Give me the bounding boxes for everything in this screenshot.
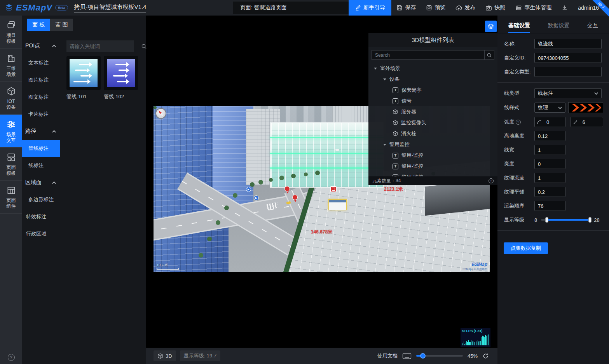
model-search-input[interactable] xyxy=(372,50,484,60)
fps-bar xyxy=(486,336,487,345)
element-count-value: 34 xyxy=(396,178,401,183)
help-button[interactable]: ? xyxy=(8,354,15,361)
tab-interaction[interactable]: 交互 xyxy=(587,22,598,33)
publish-button[interactable]: 发布 xyxy=(450,0,480,16)
category-item[interactable]: 线标注 xyxy=(22,157,60,174)
help-icon[interactable]: ? xyxy=(516,120,521,125)
poi-marker-blue[interactable] xyxy=(246,187,251,192)
tree-node[interactable]: 监控摄像头 xyxy=(368,117,497,128)
arc-radius-input[interactable] xyxy=(544,119,560,125)
line-width-input[interactable] xyxy=(534,145,565,155)
category-item[interactable]: 行政区域 xyxy=(22,225,60,242)
sidebar-item-label: 页面组件 xyxy=(7,198,16,209)
asset-card-pipeline-102[interactable]: 管线-102 xyxy=(104,56,138,100)
tree-node[interactable]: T警用-监控 xyxy=(368,172,497,176)
texture-preview-swatch[interactable] xyxy=(568,102,603,113)
slider-handle-max[interactable] xyxy=(588,217,592,223)
mode-3d-button[interactable]: 3D xyxy=(154,350,176,361)
sidebar-item-pagetpl[interactable]: 页面模板 xyxy=(0,148,22,181)
tab-blueprint[interactable]: 蓝图 xyxy=(50,19,73,31)
road-sign-marker[interactable] xyxy=(330,186,337,192)
asset-search-input[interactable] xyxy=(66,40,141,52)
fps-bar xyxy=(480,341,480,345)
category-group[interactable]: 区域面 xyxy=(22,174,60,191)
display-level-label: 显示等级 xyxy=(504,216,534,223)
sidebar-item-interact[interactable]: 场景交互 xyxy=(0,115,22,148)
tree-node[interactable]: 设备 xyxy=(368,74,497,85)
category-item[interactable]: 管线标注 xyxy=(22,140,60,157)
tree-node[interactable]: T警用-监控 xyxy=(368,150,497,161)
project-title[interactable]: 拷贝-项目智慧城市模板V1.4 xyxy=(74,3,147,12)
texture-tile-input[interactable] xyxy=(534,187,565,197)
category-item[interactable]: 卡片标注 xyxy=(22,106,60,123)
slider-range xyxy=(547,219,590,221)
copy-points-button[interactable]: 点集数据复制 xyxy=(504,242,548,254)
sidebar-item-pagecomp[interactable]: 页面组件 xyxy=(0,181,22,214)
sidebar-item-template[interactable]: 项目模板 xyxy=(0,16,22,49)
arc-segments-input[interactable] xyxy=(580,119,596,125)
layers-toggle-button[interactable] xyxy=(485,21,497,32)
texture-speed-input[interactable] xyxy=(534,173,565,183)
save-button[interactable]: 保存 xyxy=(391,0,421,16)
tree-node[interactable]: 警用监控 xyxy=(368,139,497,150)
expand-arrow-icon[interactable] xyxy=(374,68,377,70)
asset-thumbnail xyxy=(104,56,138,90)
category-item[interactable]: 多边形标注 xyxy=(22,191,60,208)
selected-building[interactable] xyxy=(328,199,347,210)
name-input[interactable] xyxy=(534,39,602,49)
zoom-slider[interactable] xyxy=(416,355,463,357)
poi-marker-red[interactable] xyxy=(292,195,298,200)
scene-glow-line xyxy=(270,137,384,138)
sidebar-item-scene3d[interactable]: 三维场景 xyxy=(0,49,22,82)
download-button[interactable] xyxy=(557,0,573,16)
add-element-icon[interactable]: + xyxy=(489,178,494,183)
compass[interactable] xyxy=(155,108,166,119)
twin-manage-button[interactable]: 孪生体管理 xyxy=(510,0,557,16)
fps-bar xyxy=(469,342,469,345)
line-type-select[interactable]: 线标注 xyxy=(534,88,602,98)
search-icon[interactable] xyxy=(484,50,494,60)
docs-link[interactable]: 使用文档 xyxy=(377,352,398,359)
tree-node[interactable]: 室外场景 xyxy=(368,63,497,74)
category-item[interactable]: 文本标注 xyxy=(22,54,60,71)
brightness-input[interactable] xyxy=(534,159,565,169)
tree-node[interactable]: 消火栓 xyxy=(368,128,497,139)
line-style-select[interactable]: 纹理 xyxy=(534,103,565,113)
search-icon[interactable] xyxy=(141,40,147,52)
tree-node[interactable]: T信号 xyxy=(368,96,497,106)
category-group[interactable]: 路径 xyxy=(22,123,60,140)
custom-id-input[interactable] xyxy=(534,53,602,63)
refresh-icon[interactable] xyxy=(482,353,489,359)
category-item[interactable]: 特效标注 xyxy=(22,208,60,225)
display-level-slider[interactable] xyxy=(541,219,590,221)
poi-marker-red[interactable] xyxy=(284,186,290,192)
tree-node[interactable]: T警用-监控 xyxy=(368,161,497,172)
tab-basic-settings[interactable]: 基础设置 xyxy=(508,22,530,33)
slider-handle-min[interactable] xyxy=(545,217,548,223)
category-item[interactable]: 图片标注 xyxy=(22,71,60,89)
asset-grid: 管线-101 管线-102 xyxy=(66,56,138,100)
sidebar-item-iot[interactable]: IOT设备 xyxy=(0,82,22,115)
tree-node[interactable]: 服务器 xyxy=(368,106,497,117)
slider-handle[interactable] xyxy=(420,353,426,359)
render-order-input[interactable] xyxy=(534,201,565,211)
guide-button[interactable]: 新手引导 xyxy=(349,0,391,16)
tree-node[interactable]: T保安岗亭 xyxy=(368,85,497,96)
tab-data-settings[interactable]: 数据设置 xyxy=(548,22,570,33)
expand-arrow-icon[interactable] xyxy=(383,78,386,80)
asset-card-pipeline-101[interactable]: 管线-101 xyxy=(66,56,101,100)
display-level-indicator: 显示等级: 19.7 xyxy=(180,350,221,361)
category-item[interactable]: 图文标注 xyxy=(22,89,60,106)
preview-button[interactable]: 预览 xyxy=(421,0,450,16)
tab-panel[interactable]: 面板 xyxy=(27,19,50,31)
snapshot-button[interactable]: 快照 xyxy=(480,0,510,16)
ground-height-input[interactable] xyxy=(534,131,565,141)
custom-type-input[interactable] xyxy=(534,67,602,77)
app-logo[interactable]: ESMapV Beta xyxy=(0,3,72,13)
category-group[interactable]: POI点 xyxy=(22,37,60,54)
expand-arrow-icon[interactable] xyxy=(383,144,386,146)
keyboard-icon[interactable] xyxy=(402,353,412,359)
page-indicator[interactable]: 页面: 智慧道路页面 xyxy=(233,2,350,14)
poi-marker-blue[interactable] xyxy=(254,195,259,200)
sidebar-item-label: 场景交互 xyxy=(7,132,16,143)
